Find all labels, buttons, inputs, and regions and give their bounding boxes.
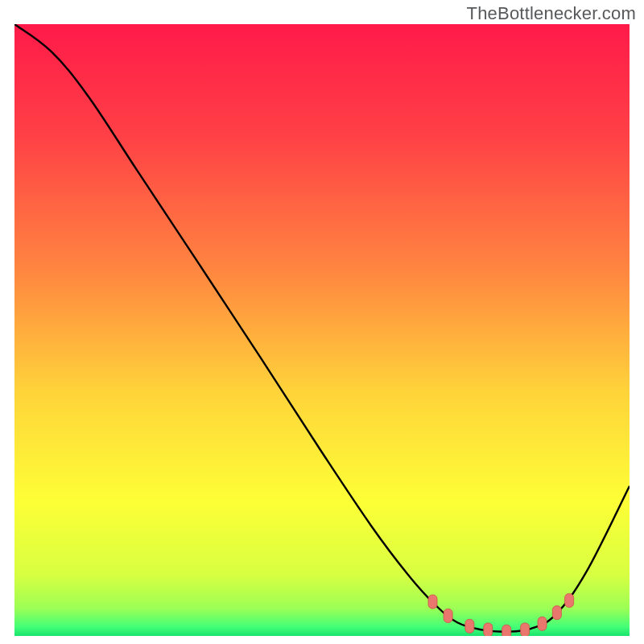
gradient-background bbox=[14, 24, 630, 636]
curve-marker bbox=[565, 593, 574, 607]
curve-marker bbox=[465, 619, 474, 633]
curve-marker bbox=[428, 595, 437, 609]
watermark-text: TheBottlenecker.com bbox=[467, 3, 636, 24]
curve-marker bbox=[502, 625, 511, 636]
curve-marker bbox=[538, 617, 547, 630]
curve-marker bbox=[484, 623, 493, 636]
chart-plot bbox=[14, 24, 630, 636]
curve-marker bbox=[552, 606, 561, 620]
chart-svg bbox=[14, 24, 630, 636]
curve-marker bbox=[521, 623, 530, 636]
curve-marker bbox=[444, 609, 452, 622]
chart-frame: TheBottlenecker.com bbox=[0, 0, 644, 644]
